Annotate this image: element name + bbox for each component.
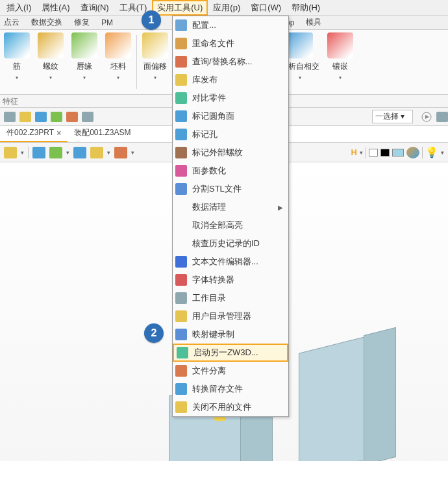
menu-item-icon xyxy=(175,329,187,340)
color-swatch[interactable] xyxy=(369,149,378,157)
menu-item-label: 对比零件 xyxy=(192,92,226,104)
view-icon[interactable] xyxy=(90,147,103,158)
menu-item-icon xyxy=(175,165,187,177)
menu-item[interactable]: 工作目录 xyxy=(173,289,288,307)
menu-item-label: 转换留存文件 xyxy=(192,383,243,395)
menu-item[interactable]: 核查历史记录的ID xyxy=(173,234,288,253)
toolstrip-icon[interactable] xyxy=(82,112,93,122)
menu-item-label: 关闭不用的文件 xyxy=(192,401,251,413)
menu-window[interactable]: 窗口(W) xyxy=(245,0,286,16)
menu-item[interactable]: 对比零件 xyxy=(173,89,288,107)
menu-item[interactable]: 面参数化 xyxy=(173,162,288,180)
toolstrip-icon[interactable] xyxy=(51,112,62,122)
view-icon[interactable] xyxy=(49,147,62,158)
bulb-icon[interactable]: 💡 xyxy=(425,146,438,158)
tool-label: 唇缘 xyxy=(77,61,92,72)
document-tab[interactable]: 件002.Z3PRT × xyxy=(0,125,68,142)
menu-item[interactable]: 库发布 xyxy=(173,71,288,89)
menu-item-label: 分割STL文件 xyxy=(192,183,242,195)
tool-label: 面偏移 xyxy=(143,61,167,72)
tool-icon xyxy=(142,32,168,58)
menu-item[interactable]: 配置... xyxy=(173,16,288,34)
menu-item[interactable]: 启动另一ZW3D... xyxy=(173,344,288,362)
document-tab[interactable]: 装配001.Z3ASM xyxy=(68,125,137,142)
menu-item[interactable]: 映射键录制 xyxy=(173,325,288,344)
menu-item-label: 启动另一ZW3D... xyxy=(193,347,258,359)
h-icon[interactable]: H xyxy=(351,147,357,157)
menu-item-label: 库发布 xyxy=(192,74,218,86)
toolstrip-icon[interactable] xyxy=(35,112,47,122)
svg-marker-1 xyxy=(425,115,429,119)
menu-item[interactable]: 标记孔 xyxy=(173,125,288,144)
menu-app[interactable]: 应用(p) xyxy=(208,0,245,16)
tool-icon xyxy=(71,32,97,58)
menu-item-label: 文本文件编辑器... xyxy=(192,256,258,268)
toolstrip-icon[interactable] xyxy=(66,112,78,122)
selection-filter[interactable]: 一选择 ▾ xyxy=(372,110,413,123)
chevron-down-icon: ▾ xyxy=(49,75,52,81)
menu-item-icon xyxy=(175,238,187,249)
menu-item-label: 标记外部螺纹 xyxy=(192,147,243,158)
menu-item[interactable]: 文件分离 xyxy=(173,362,288,380)
menu-item-icon xyxy=(175,92,187,104)
menu-item[interactable]: 关闭不用的文件 xyxy=(173,398,288,416)
menu-item-label: 查询/替换名称... xyxy=(192,56,252,68)
menu-item[interactable]: 重命名文件 xyxy=(173,34,288,53)
menu-insert[interactable]: 插入(I) xyxy=(1,0,36,16)
menu-item-icon xyxy=(175,365,187,377)
menu-item-icon xyxy=(175,401,187,413)
menu-item[interactable]: 用户目录管理器 xyxy=(173,307,288,325)
menu-item[interactable]: 文本文件编辑器... xyxy=(173,253,288,271)
tool-icon xyxy=(105,32,131,58)
menu-item[interactable]: 分割STL文件 xyxy=(173,180,288,198)
utilities-menu: 配置... 重命名文件 查询/替换名称... 库发布 对比零件 标记圆角面 标记… xyxy=(172,16,289,417)
menu-item-icon xyxy=(175,201,187,213)
menu-item[interactable]: 标记圆角面 xyxy=(173,107,288,125)
ribbon-tool[interactable]: 面偏移 ▾ xyxy=(138,30,172,94)
menu-item-label: 面参数化 xyxy=(192,165,226,177)
tab-pm[interactable]: PM xyxy=(101,18,113,27)
menu-item-label: 用户目录管理器 xyxy=(192,310,251,322)
material-icon[interactable] xyxy=(406,147,419,158)
color-swatch[interactable] xyxy=(380,149,390,157)
tab-pointcloud[interactable]: 点云 xyxy=(4,17,19,28)
color-swatch[interactable] xyxy=(392,149,404,157)
play-icon[interactable] xyxy=(421,112,432,122)
menu-utilities[interactable]: 实用工具(U) xyxy=(152,0,208,16)
menu-item[interactable]: 查询/替换名称... xyxy=(173,53,288,71)
ribbon-tool[interactable]: 筋 ▾ xyxy=(0,30,34,94)
close-icon[interactable]: × xyxy=(56,129,61,138)
menu-item-icon xyxy=(175,56,187,68)
view-icon[interactable] xyxy=(32,147,45,158)
submenu-arrow-icon: ▶ xyxy=(278,204,283,211)
tab-repair[interactable]: 修复 xyxy=(74,17,90,28)
menu-item[interactable]: 取消全部高亮 xyxy=(173,216,288,234)
menu-item[interactable]: 标记外部螺纹 xyxy=(173,144,288,162)
menu-item-label: 字体转换器 xyxy=(192,274,234,286)
menu-help[interactable]: 帮助(H) xyxy=(286,0,325,16)
menu-item-icon xyxy=(175,110,187,122)
menu-item-icon xyxy=(175,256,187,268)
menu-item-icon xyxy=(177,347,188,359)
tab-dataexchange[interactable]: 数据交换 xyxy=(31,17,62,28)
ribbon-tool[interactable]: 镶嵌 ▾ xyxy=(323,30,357,94)
menu-item[interactable]: 转换留存文件 xyxy=(173,380,288,398)
menu-item-label: 映射键录制 xyxy=(192,329,234,340)
menu-attributes[interactable]: 属性(A) xyxy=(36,0,75,16)
menu-item-icon xyxy=(175,383,187,395)
ribbon-tool[interactable]: 唇缘 ▾ xyxy=(68,30,101,94)
tab-mold[interactable]: 模具 xyxy=(306,17,321,28)
chevron-down-icon: ▾ xyxy=(339,75,342,81)
view-icon[interactable] xyxy=(114,147,127,158)
menu-item-icon xyxy=(175,274,187,286)
toolstrip-icon[interactable] xyxy=(19,112,31,122)
menu-item[interactable]: 字体转换器 xyxy=(173,271,288,289)
menu-item[interactable]: 数据清理 ▶ xyxy=(173,198,288,216)
view-icon[interactable] xyxy=(4,147,17,158)
menu-query[interactable]: 查询(N) xyxy=(75,0,114,16)
ribbon-tool[interactable]: 螺纹 ▾ xyxy=(34,30,68,94)
toolstrip-icon[interactable] xyxy=(4,112,16,122)
ribbon-tool[interactable]: 坯料 ▾ xyxy=(101,30,135,94)
view-icon[interactable] xyxy=(73,147,86,158)
toolstrip-icon[interactable] xyxy=(436,112,448,122)
